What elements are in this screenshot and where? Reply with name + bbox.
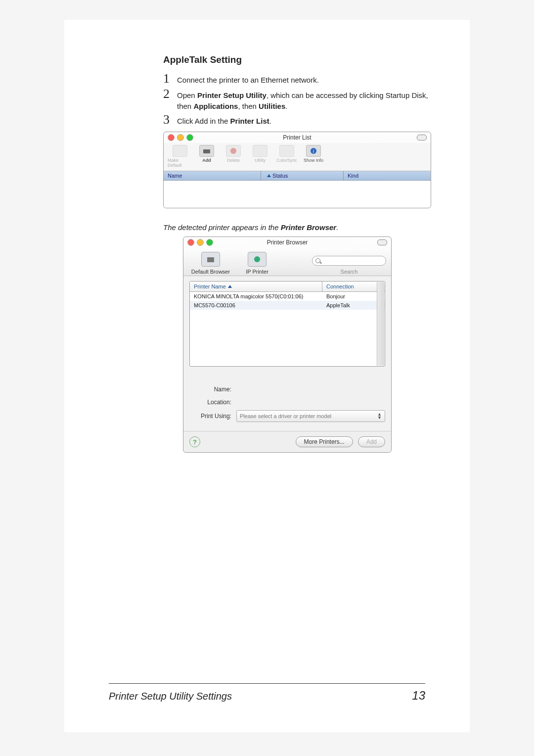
step2-pre: Open <box>177 91 197 99</box>
add-printer-button[interactable]: Add <box>194 145 219 168</box>
printer-list-window: Printer List Make Default Add <box>163 132 431 208</box>
default-browser-label: Default Browser <box>191 269 230 275</box>
printer-list-columns: Name Status Kind <box>164 171 431 181</box>
step-number-3: 3 <box>163 113 177 126</box>
step-text-1: Connect the printer to an Ethernet netwo… <box>177 72 440 86</box>
default-browser-tab[interactable]: Default Browser <box>188 252 233 275</box>
print-using-select[interactable]: Please select a driver or printer model … <box>236 410 385 422</box>
row-conn: AppleTalk <box>322 301 385 310</box>
show-info-button[interactable]: i Show Info <box>301 145 326 168</box>
ip-printer-tab[interactable]: IP Printer <box>235 252 279 275</box>
show-info-label: Show Info <box>304 158 323 163</box>
printer-list-body <box>164 181 431 208</box>
step-text-2: Open Printer Setup Utility, which can be… <box>177 88 440 112</box>
row-conn: Bonjour <box>322 292 385 301</box>
ip-printer-icon <box>248 252 267 267</box>
delete-button[interactable]: Delete <box>221 145 246 168</box>
step2-b2: Applications <box>193 102 238 110</box>
step3-post: . <box>269 117 271 125</box>
step-number-1: 1 <box>163 72 177 85</box>
col-status[interactable]: Status <box>272 173 288 179</box>
step3-pre: Click Add in the <box>177 117 230 125</box>
col-printer-name-label: Printer Name <box>194 284 226 289</box>
delete-icon <box>226 145 241 157</box>
footer-title: Printer Setup Utility Settings <box>109 691 232 702</box>
caption-text: The detected printer appears in the Prin… <box>163 223 440 232</box>
row-name: MC5570-C00106 <box>190 301 322 310</box>
colorsync-label: ColorSync <box>276 158 297 163</box>
search-icon <box>312 256 386 266</box>
printer-browser-window: Printer Browser Default Browser IP Print… <box>183 236 392 453</box>
utility-button[interactable]: Utility <box>248 145 272 168</box>
step2-mid2: , then <box>238 102 259 110</box>
step2-b1: Printer Setup Utility <box>197 91 267 99</box>
colorsync-icon <box>279 145 294 157</box>
section-heading: AppleTalk Setting <box>163 54 440 65</box>
step2-b3: Utilities <box>259 102 285 110</box>
location-field[interactable] <box>236 397 385 407</box>
col-printer-name[interactable]: Printer Name <box>190 282 322 291</box>
caption-bold: Printer Browser <box>281 223 337 232</box>
location-label: Location: <box>189 399 231 406</box>
step-number-2: 2 <box>163 88 177 100</box>
col-connection[interactable]: Connection <box>322 282 385 291</box>
make-default-button[interactable]: Make Default <box>168 145 192 168</box>
caption-pre: The detected printer appears in the <box>163 223 281 232</box>
list-item[interactable]: KONICA MINOLTA magicolor 5570(C0:01:06) … <box>190 292 385 301</box>
default-browser-icon <box>201 252 220 267</box>
step3-b1: Printer List <box>230 117 269 125</box>
svg-rect-4 <box>207 257 214 262</box>
page-number: 13 <box>412 689 425 703</box>
scrollbar[interactable] <box>377 282 384 366</box>
step2-post: . <box>285 102 287 110</box>
col-name[interactable]: Name <box>164 171 261 180</box>
ip-printer-label: IP Printer <box>246 269 268 275</box>
delete-label: Delete <box>227 158 240 163</box>
svg-text:i: i <box>313 148 314 154</box>
add-printer-icon <box>199 145 214 157</box>
row-name: KONICA MINOLTA magicolor 5570(C0:01:06) <box>190 292 322 301</box>
svg-rect-0 <box>203 149 210 153</box>
add-button[interactable]: Add <box>358 436 385 447</box>
svg-point-5 <box>254 256 260 262</box>
window-title: Printer List <box>164 134 431 141</box>
step-text-3: Click Add in the Printer List. <box>177 113 440 127</box>
svg-point-1 <box>230 148 236 154</box>
utility-label: Utility <box>255 158 266 163</box>
name-field[interactable] <box>236 384 385 394</box>
add-printer-label: Add <box>202 158 211 163</box>
print-using-label: Print Using: <box>189 413 231 420</box>
print-using-value: Please select a driver or printer model <box>240 413 331 419</box>
help-button[interactable]: ? <box>189 436 200 447</box>
name-label: Name: <box>189 386 231 393</box>
list-item[interactable]: MC5570-C00106 AppleTalk <box>190 301 385 310</box>
sort-indicator-icon <box>267 174 271 177</box>
caption-post: . <box>336 223 338 232</box>
make-default-label: Make Default <box>168 158 192 168</box>
info-icon: i <box>306 145 321 157</box>
more-printers-button[interactable]: More Printers... <box>296 436 353 447</box>
window-title: Printer Browser <box>183 239 391 246</box>
make-default-icon <box>173 145 187 157</box>
search-input[interactable] <box>312 256 386 266</box>
updown-arrows-icon: ▲▼ <box>377 413 382 420</box>
printer-browser-list: Printer Name Connection KONICA MINOLTA m… <box>189 281 385 367</box>
colorsync-button[interactable]: ColorSync <box>274 145 299 168</box>
search-label: Search <box>341 269 358 275</box>
sort-indicator-icon <box>228 285 232 288</box>
col-kind[interactable]: Kind <box>343 171 431 180</box>
utility-icon <box>253 145 267 157</box>
